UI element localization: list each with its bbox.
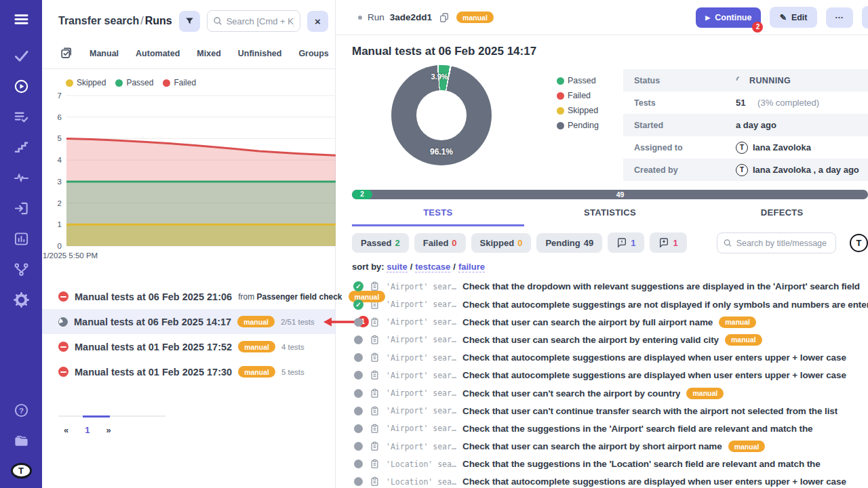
test-row[interactable]: 'Airport' sear… Check that the dropdown …: [336, 278, 868, 296]
test-row[interactable]: 'Airport' sear… Check that user can sear…: [336, 331, 868, 348]
test-row[interactable]: 'Location' sea… Check that the suggestio…: [336, 455, 868, 473]
run-title: Manual tests at 01 Feb 2025 17:52: [75, 342, 232, 352]
test-search-input[interactable]: [736, 238, 830, 248]
tab-tests[interactable]: TESTS: [352, 207, 524, 226]
search-icon: [213, 16, 222, 26]
test-row[interactable]: 'Airport' sear… Check that user can't se…: [336, 384, 868, 402]
test-row[interactable]: 'Airport' sear… Check that autocomplete …: [336, 349, 868, 367]
continue-button[interactable]: ▶ Continue 2: [696, 7, 761, 28]
test-title[interactable]: Check that user can't continue transfer …: [462, 406, 837, 416]
test-suite[interactable]: 'Airport' sear…: [386, 371, 456, 380]
test-row[interactable]: 'Airport' sear… Check that user can't co…: [336, 402, 868, 420]
plans-icon[interactable]: [13, 108, 29, 125]
tab-statistics[interactable]: STATISTICS: [524, 207, 696, 226]
steps-icon[interactable]: [13, 139, 29, 155]
test-row[interactable]: 'Airport' sear… Check that user can sear…: [336, 313, 868, 331]
filter-passed-button[interactable]: Passed2: [352, 233, 409, 253]
pulse-icon[interactable]: [13, 169, 29, 186]
docs-icon[interactable]: [13, 432, 29, 449]
test-row[interactable]: 'Airport' sear… Check that the suggestio…: [336, 420, 868, 437]
test-suite[interactable]: 'Airport' sear…: [386, 388, 456, 398]
run-list-item[interactable]: Manual tests at 01 Feb 2025 17:52 manual…: [42, 334, 335, 359]
sort-by-suite[interactable]: suite: [387, 262, 407, 272]
runs-icon[interactable]: [13, 78, 29, 94]
manual-badge: manual: [237, 316, 275, 327]
test-suite[interactable]: 'Airport' sear…: [386, 335, 456, 344]
select-all-icon[interactable]: [60, 47, 73, 60]
legend-failed: Failed: [557, 91, 599, 100]
tests-icon[interactable]: [13, 47, 29, 64]
pending-status-icon: [354, 477, 363, 486]
breadcrumb-parent[interactable]: Transfer search: [58, 15, 139, 26]
branches-icon[interactable]: [13, 261, 29, 277]
test-suite[interactable]: 'Airport' sear…: [386, 424, 456, 433]
tab-mixed[interactable]: Mixed: [197, 49, 220, 58]
run-status-dot-icon: [358, 16, 362, 20]
tab-unfinished[interactable]: Unfinished: [238, 49, 282, 58]
run-list-item-selected[interactable]: Manual tests at 06 Feb 2025 14:17 manual…: [42, 309, 335, 334]
test-row[interactable]: 'Location' sea… Check that autocomplete …: [336, 473, 868, 488]
breadcrumb: Transfer search/Runs: [58, 15, 172, 27]
pending-status-icon: [354, 442, 363, 451]
settings-icon[interactable]: [13, 291, 29, 308]
test-suite[interactable]: 'Airport' sear…: [386, 353, 456, 363]
filter-skipped-button[interactable]: Skipped0: [471, 233, 532, 253]
user-avatar[interactable]: T: [850, 234, 868, 252]
test-title[interactable]: Check that the dropdown with relevant su…: [462, 281, 860, 291]
run-list-item[interactable]: Manual tests at 06 Feb 2025 21:06 from P…: [42, 284, 335, 309]
test-title[interactable]: Check that autocomplete suggestions are …: [462, 476, 846, 487]
test-title[interactable]: Check that autocomplete suggestions are …: [462, 370, 846, 380]
tab-groups[interactable]: Groups: [298, 49, 328, 58]
test-suite[interactable]: 'Airport' sear…: [386, 282, 456, 291]
test-title[interactable]: Check that autocomplete suggestings are …: [462, 300, 868, 310]
clear-search-button[interactable]: ×: [307, 11, 328, 32]
pagination-next[interactable]: »: [106, 425, 111, 435]
test-row[interactable]: 'Airport' sear… Check that user can sear…: [336, 438, 868, 455]
copy-icon[interactable]: [439, 12, 450, 23]
test-suite[interactable]: 'Airport' sear…: [386, 442, 456, 451]
clipboard-icon: [370, 424, 380, 434]
tab-defects[interactable]: DEFECTS: [696, 207, 868, 226]
tab-manual[interactable]: Manual: [90, 49, 119, 58]
more-button[interactable]: ···: [826, 7, 854, 28]
run-detail-title: Manual tests at 06 Feb 2025 14:17: [352, 45, 868, 58]
run-info-table: Status RUNNING Tests 51 (3% completed) S…: [623, 69, 868, 181]
clipped-button[interactable]: [862, 6, 868, 28]
test-row[interactable]: 'Airport' sear… Check that autocomplete …: [336, 296, 868, 313]
test-title[interactable]: Check that the suggestions in the 'Airpo…: [462, 424, 813, 434]
pending-status-icon: [354, 336, 363, 344]
test-suite[interactable]: 'Location' sea…: [386, 477, 456, 487]
svg-text:1: 1: [58, 220, 62, 228]
runs-search-input[interactable]: [226, 16, 294, 26]
sort-by-testcase[interactable]: testcase: [415, 262, 450, 272]
filter-button[interactable]: [179, 11, 200, 32]
edit-button[interactable]: ✎ Edit: [770, 7, 816, 28]
help-icon[interactable]: ?: [13, 402, 29, 418]
menu-icon[interactable]: [13, 11, 29, 27]
filter-pending-button[interactable]: Pending49: [536, 233, 602, 253]
test-title[interactable]: Check that user can search the airport b…: [462, 317, 713, 327]
test-title[interactable]: Check that user can search the airport b…: [462, 441, 722, 451]
pagination-page-1[interactable]: 1: [85, 425, 90, 435]
tab-automated[interactable]: Automated: [136, 49, 180, 58]
test-title[interactable]: Check that user can't search the airport…: [462, 388, 680, 399]
test-suite[interactable]: 'Airport' sear…: [386, 406, 456, 415]
test-title[interactable]: Check that the suggestions in the 'Locat…: [462, 459, 821, 469]
sort-by-failure[interactable]: failure: [458, 262, 485, 272]
test-title[interactable]: Check that user can search the airport b…: [462, 335, 719, 345]
pagination-prev[interactable]: «: [64, 425, 68, 435]
close-icon: ×: [315, 16, 321, 27]
test-suite[interactable]: 'Airport' sear…: [386, 317, 456, 327]
reports-icon[interactable]: [13, 230, 29, 247]
test-title[interactable]: Check that autocomplete suggestions are …: [462, 352, 846, 363]
test-suite[interactable]: 'Airport' sear…: [386, 300, 456, 309]
run-list-item[interactable]: Manual tests at 01 Feb 2025 17:30 manual…: [42, 359, 335, 384]
comments-report-button[interactable]: 1: [608, 232, 644, 253]
comment-plus-icon: [658, 237, 669, 248]
app-logo[interactable]: T: [11, 463, 32, 479]
signin-icon[interactable]: [13, 200, 29, 216]
test-row[interactable]: 'Airport' sear… Check that autocomplete …: [336, 367, 868, 384]
test-suite[interactable]: 'Location' sea…: [386, 460, 456, 469]
filter-failed-button[interactable]: Failed0: [414, 233, 466, 253]
comments-add-button[interactable]: 1: [650, 232, 686, 253]
